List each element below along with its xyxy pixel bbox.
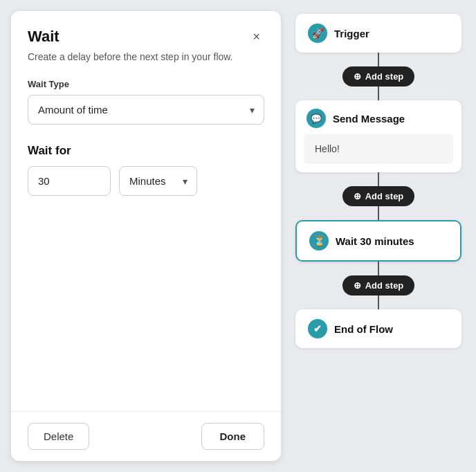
wait-for-label: Wait for — [28, 144, 264, 158]
done-button[interactable]: Done — [201, 423, 265, 450]
unit-select-wrapper: Seconds Minutes Hours Days ▾ — [119, 166, 197, 196]
add-step-button-1[interactable]: ⊕ Add step — [342, 66, 415, 87]
wait-label: Wait 30 minutes — [336, 235, 414, 247]
end-of-flow-label: End of Flow — [334, 323, 393, 335]
wait-for-number-input[interactable] — [28, 166, 111, 196]
trigger-node[interactable]: 🚀 Trigger — [295, 14, 461, 53]
flow-canvas: 🚀 Trigger ⊕ Add step 💬 Send Message Hell… — [281, 0, 476, 472]
wait-type-select[interactable]: Amount of time — [28, 95, 264, 125]
connector-6 — [378, 296, 379, 309]
message-body: Hello! — [304, 134, 453, 164]
end-of-flow-node[interactable]: ✔ End of Flow — [295, 309, 461, 348]
plus-icon-1: ⊕ — [354, 71, 361, 82]
rocket-icon: 🚀 — [308, 24, 327, 43]
add-step-button-2[interactable]: ⊕ Add step — [342, 186, 415, 206]
add-step-label-2: Add step — [365, 191, 404, 201]
wait-for-section: Wait for Seconds Minutes Hours Days ▾ — [28, 144, 264, 196]
panel-body: Wait Type Amount of time ▾ Wait for Seco… — [11, 79, 281, 411]
plus-icon-3: ⊕ — [354, 280, 361, 291]
connector-2 — [378, 87, 379, 100]
connector-4 — [378, 206, 379, 220]
add-step-label-1: Add step — [365, 71, 404, 82]
panel-subtitle: Create a delay before the next step in y… — [28, 51, 264, 62]
delete-button[interactable]: Delete — [28, 423, 89, 450]
send-message-node[interactable]: 💬 Send Message Hello! — [295, 100, 461, 172]
hourglass-icon: ⏳ — [309, 231, 329, 251]
panel-header: Wait × Create a delay before the next st… — [11, 11, 281, 79]
message-icon: 💬 — [306, 109, 326, 128]
connector-3 — [378, 172, 379, 186]
wait-node[interactable]: ⏳ Wait 30 minutes — [295, 220, 461, 262]
wait-panel: Wait × Create a delay before the next st… — [11, 11, 281, 461]
send-message-header: 💬 Send Message — [295, 100, 416, 134]
unit-select[interactable]: Seconds Minutes Hours Days — [119, 166, 197, 196]
wait-type-select-wrapper: Amount of time ▾ — [28, 95, 264, 125]
add-step-button-3[interactable]: ⊕ Add step — [342, 275, 415, 296]
send-message-label: Send Message — [333, 113, 405, 125]
add-step-label-3: Add step — [365, 280, 404, 291]
panel-title: Wait — [28, 28, 60, 46]
close-button[interactable]: × — [248, 28, 264, 46]
title-row: Wait × — [28, 28, 264, 46]
connector-1 — [378, 53, 379, 66]
check-icon: ✔ — [308, 319, 327, 338]
wait-type-label: Wait Type — [28, 79, 264, 89]
wait-for-inputs: Seconds Minutes Hours Days ▾ — [28, 166, 264, 196]
panel-footer: Delete Done — [11, 411, 281, 461]
plus-icon-2: ⊕ — [354, 191, 361, 201]
trigger-label: Trigger — [334, 28, 369, 39]
connector-5 — [378, 262, 379, 275]
